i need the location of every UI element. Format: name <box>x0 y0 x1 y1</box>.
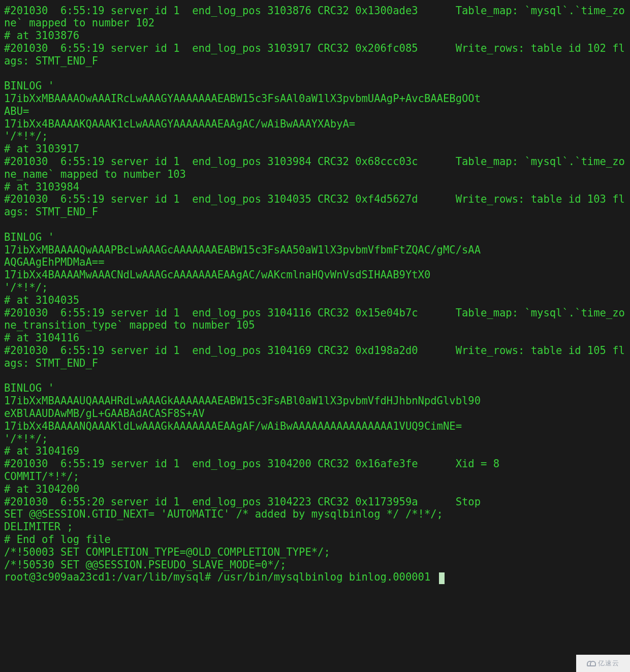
watermark-text: 亿速云 <box>598 659 619 668</box>
terminal-output[interactable]: #201030 6:55:19 server id 1 end_log_pos … <box>0 5 630 584</box>
shell-prompt: root@3c909aa23cd1:/var/lib/mysql# <box>4 571 217 583</box>
cloud-icon <box>587 660 596 666</box>
typed-command: /usr/bin/mysqlbinlog binlog.000001 <box>217 571 431 583</box>
terminal-scrollback: #201030 6:55:19 server id 1 end_log_pos … <box>4 5 625 571</box>
watermark-badge: 亿速云 <box>576 655 630 672</box>
cursor <box>439 572 445 584</box>
